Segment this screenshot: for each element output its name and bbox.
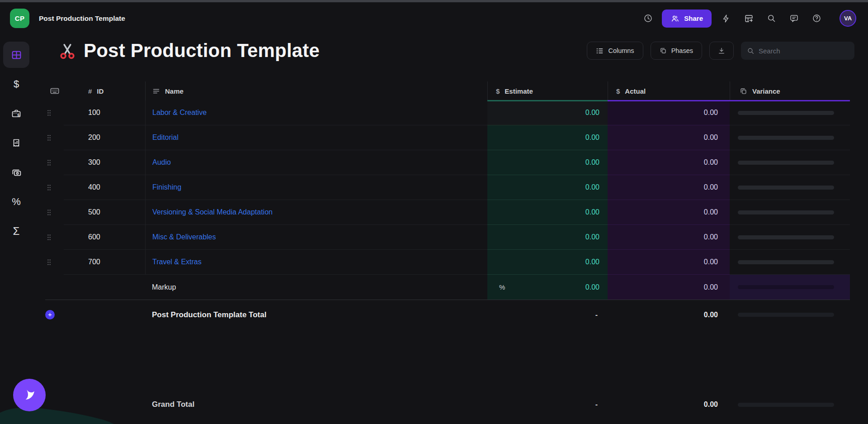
download-button[interactable] [709, 42, 734, 60]
row-name-link[interactable]: Audio [145, 150, 487, 175]
page-header: Post Production Template Columns Phases [33, 34, 868, 67]
row-actual-cell[interactable]: 0.00 [608, 125, 730, 150]
markup-actual-cell[interactable]: 0.00 [608, 275, 730, 300]
budget-row: 400 Finishing 0.00 0.00 [45, 175, 850, 200]
table-export-icon[interactable] [744, 14, 754, 24]
sidebar-item-markup[interactable]: % [3, 189, 29, 215]
phases-button[interactable]: Phases [651, 42, 702, 60]
download-icon [717, 47, 726, 55]
sidebar-item-jobs[interactable]: $ [3, 100, 29, 127]
add-row-button[interactable]: + [45, 310, 55, 319]
row-id[interactable]: 500 [64, 200, 145, 225]
grand-total-variance [730, 392, 850, 417]
keyboard-shortcuts-icon[interactable] [45, 81, 64, 100]
table-search [741, 42, 854, 60]
row-estimate-cell[interactable]: 0.00 [487, 125, 608, 150]
row-id[interactable]: 400 [64, 175, 145, 200]
drag-handle[interactable] [45, 150, 64, 175]
history-clock-icon[interactable] [643, 14, 653, 23]
row-variance-cell[interactable] [730, 225, 850, 250]
main-content: Post Production Template Columns Phases [33, 34, 868, 417]
text-lines-icon [152, 87, 160, 95]
zap-icon[interactable] [722, 14, 731, 23]
variance-skeleton-bar [738, 235, 834, 239]
row-variance-cell[interactable] [730, 175, 850, 200]
estimate-accent-line [487, 100, 608, 101]
row-actual-cell[interactable]: 0.00 [608, 150, 730, 175]
row-estimate-cell[interactable]: 0.00 [487, 150, 608, 175]
row-actual-cell[interactable]: 0.00 [608, 175, 730, 200]
column-header-name[interactable]: Name [145, 81, 487, 100]
row-estimate-cell[interactable]: 0.00 [487, 225, 608, 250]
sidebar-item-totals[interactable]: Σ [3, 218, 29, 244]
row-variance-cell[interactable] [730, 125, 850, 150]
variance-skeleton-bar [738, 210, 834, 214]
sidebar-item-rates[interactable]: $ [3, 71, 29, 97]
drag-handle[interactable] [45, 100, 64, 125]
sidebar-item-payments[interactable] [3, 159, 29, 186]
row-variance-cell[interactable] [730, 100, 850, 125]
row-id[interactable]: 700 [64, 250, 145, 275]
template-total-row: + Post Production Template Total - 0.00 [45, 300, 850, 329]
drag-handle[interactable] [45, 225, 64, 250]
share-button-label: Share [684, 14, 703, 22]
chat-icon[interactable] [789, 14, 799, 23]
row-estimate-cell[interactable]: 0.00 [487, 200, 608, 225]
drag-handle[interactable] [45, 200, 64, 225]
markup-estimate-cell[interactable]: % 0.00 [487, 275, 608, 300]
budget-row: 700 Travel & Extras 0.00 0.00 [45, 250, 850, 275]
row-estimate-cell[interactable]: 0.00 [487, 100, 608, 125]
column-header-estimate[interactable]: $ Estimate [487, 81, 608, 100]
row-name-link[interactable]: Versioning & Social Media Adaptation [145, 200, 487, 225]
help-icon[interactable] [812, 14, 821, 23]
sidebar-item-invoices[interactable] [3, 130, 29, 156]
row-name-link[interactable]: Labor & Creative [145, 100, 487, 125]
share-button[interactable]: Share [662, 10, 712, 28]
budget-row: 500 Versioning & Social Media Adaptation… [45, 200, 850, 225]
row-id[interactable]: 200 [64, 125, 145, 150]
percent-icon: % [12, 197, 21, 207]
search-input[interactable] [759, 47, 849, 55]
row-variance-cell[interactable] [730, 250, 850, 275]
row-actual-cell[interactable]: 0.00 [608, 100, 730, 125]
markup-id-cell [64, 275, 145, 300]
drag-handle[interactable] [45, 250, 64, 275]
row-name-link[interactable]: Travel & Extras [145, 250, 487, 275]
hash-icon: # [88, 87, 92, 95]
variance-skeleton-bar [738, 161, 834, 165]
search-icon[interactable] [767, 14, 776, 23]
row-actual-cell[interactable]: 0.00 [608, 200, 730, 225]
budget-row: 600 Misc & Deliverables 0.00 0.00 [45, 225, 850, 250]
drag-handle[interactable] [45, 125, 64, 150]
markup-variance-cell[interactable] [730, 275, 850, 300]
column-header-actual[interactable]: $ Actual [608, 81, 730, 100]
copy-icon [740, 87, 747, 95]
row-actual-cell[interactable]: 0.00 [608, 250, 730, 275]
drag-handle[interactable] [45, 175, 64, 200]
row-estimate-cell[interactable]: 0.00 [487, 250, 608, 275]
row-variance-cell[interactable] [730, 150, 850, 175]
column-header-id[interactable]: # ID [64, 81, 145, 100]
row-id[interactable]: 300 [64, 150, 145, 175]
row-id[interactable]: 600 [64, 225, 145, 250]
row-name-link[interactable]: Editorial [145, 125, 487, 150]
grand-total-row: Grand Total - 0.00 [45, 392, 850, 417]
columns-button[interactable]: Columns [587, 42, 643, 60]
row-id[interactable]: 100 [64, 100, 145, 125]
column-header-variance[interactable]: Variance [730, 81, 850, 100]
row-variance-cell[interactable] [730, 200, 850, 225]
variance-skeleton-bar [738, 111, 834, 115]
budget-row: 200 Editorial 0.00 0.00 [45, 125, 850, 150]
row-name-link[interactable]: Finishing [145, 175, 487, 200]
sidebar-item-budget-grid[interactable] [3, 42, 29, 68]
saturation-logo-button[interactable] [13, 379, 46, 411]
variance-skeleton-bar [738, 313, 834, 317]
workspace-logo[interactable]: CP [10, 9, 29, 28]
user-avatar[interactable]: VA [840, 10, 856, 27]
row-actual-cell[interactable]: 0.00 [608, 225, 730, 250]
sidebar: $ $ % Σ [0, 34, 33, 424]
columns-button-label: Columns [608, 47, 634, 54]
row-estimate-cell[interactable]: 0.00 [487, 175, 608, 200]
topbar-actions: Share VA [643, 10, 856, 28]
row-name-link[interactable]: Misc & Deliverables [145, 225, 487, 250]
